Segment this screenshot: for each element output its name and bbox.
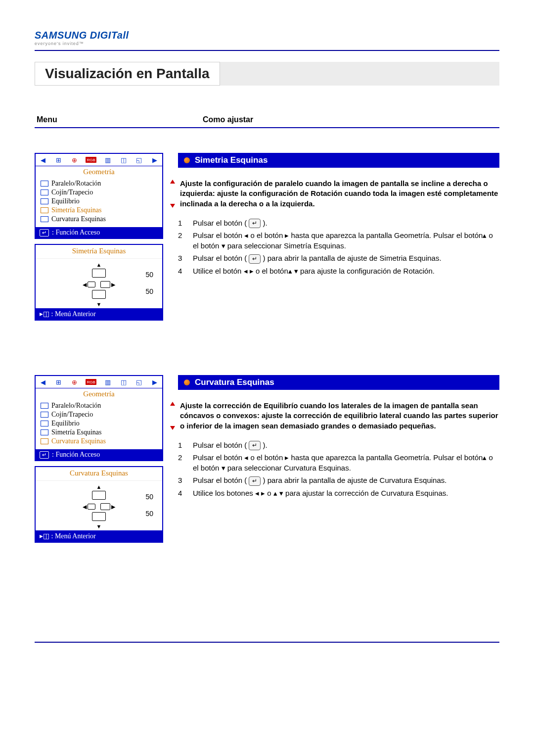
nav-left-icon: ◀ (39, 156, 47, 164)
osd-adjust-footer: ▸◫ : Menú Anterior (36, 308, 162, 320)
osd-adjust-footer-text: : Menú Anterior (51, 532, 96, 540)
osd-item: Equilibrio (41, 420, 157, 428)
step-text: Pulsar el botón ( ↵ ) para abrir la pant… (193, 475, 446, 485)
nav-right-icon: ▶ (150, 156, 159, 164)
osd-item: Curvatura Esquinas (41, 215, 157, 224)
pincushion-icon (92, 269, 106, 278)
pincushion-icon (92, 290, 106, 299)
position-icon: ⊞ (54, 156, 63, 164)
rgb-icon: RGB (86, 379, 96, 385)
title-band: Visualización en Pantalla (35, 62, 499, 86)
screen-icon: ▥ (103, 378, 112, 386)
osd-tab-label: Geometría (36, 388, 162, 400)
col-header-como-ajustar: Como ajustar (193, 115, 499, 124)
osd-adjust-panel: Curvatura Esquinas ▲ ◀ ▶ ▼ 50 50 (35, 466, 163, 543)
step-row: 4Utilice los botones ◂ ▸ o ▴ ▾ para ajus… (178, 488, 499, 498)
enter-key-icon: ↵ (40, 229, 49, 236)
adjust-graphic: ▲ ◀ ▶ ▼ (83, 262, 115, 307)
step-num: 1 (178, 440, 185, 450)
menu-anterior-icon: ▸◫ (40, 532, 49, 540)
osd-adjust-title: Curvatura Esquinas (36, 467, 162, 481)
osd-item-label: Curvatura Esquinas (51, 437, 106, 445)
step-num: 3 (178, 475, 185, 485)
size-icon: ⊕ (70, 378, 79, 386)
menu-item-icon (41, 429, 48, 435)
header-divider (35, 50, 499, 51)
step-num: 1 (178, 218, 185, 228)
enter-key-icon: ↵ (40, 451, 49, 459)
osd-item-label: Paralelo/Rotación (51, 180, 101, 188)
osd-menu-list: Paralelo/Rotación Cojín/Trapecio Equilib… (36, 400, 162, 449)
osd-item: Paralelo/Rotación (41, 180, 157, 189)
osd-item: Cojín/Trapecio (41, 189, 157, 197)
pincushion-icon (88, 504, 95, 510)
step-row: 1Pulsar el botón ( ↵ ). (178, 218, 499, 228)
triangle-down-icon (170, 204, 175, 208)
step-row: 3Pulsar el botón ( ↵ ) para abrir la pan… (178, 253, 499, 263)
osd-item-label: Curvatura Esquinas (51, 215, 106, 223)
menu-item-icon (41, 412, 48, 418)
arrow-right-icon: ▶ (111, 282, 115, 288)
enter-button-icon: ↵ (249, 441, 261, 450)
column-headers: Menu Como ajustar (35, 115, 499, 128)
arrow-down-icon: ▼ (83, 523, 115, 529)
pincushion-icon (92, 512, 106, 521)
osd-item-label: Equilibrio (51, 420, 80, 427)
osd-menu-panel: ◀ ⊞ ⊕ RGB ▥ ◫ ◱ ▶ Geometría Paralelo/Rot… (35, 153, 163, 239)
menu-anterior-icon: ▸◫ (40, 310, 49, 318)
osd-item-active: Curvatura Esquinas (41, 437, 157, 446)
osd-adjust-title: Simetría Esquinas (36, 245, 162, 259)
description-text: Ajuste la corrección de Equilibrío cuand… (180, 401, 498, 430)
osd-item: Equilibrio (41, 197, 157, 206)
footer-divider (35, 642, 499, 643)
menu-item-icon (41, 403, 48, 409)
osd-footer: ↵ : Función Acceso (36, 449, 162, 460)
step-num: 2 (178, 452, 185, 473)
section-header: Curvatura Esquinas (178, 375, 499, 390)
step-num: 4 (178, 488, 185, 498)
step-text: Pulsar el botón ( ↵ ). (193, 440, 267, 450)
triangle-up-icon (170, 180, 175, 184)
osd-item-active: Simetría Esquinas (41, 206, 157, 215)
section-simetria: ◀ ⊞ ⊕ RGB ▥ ◫ ◱ ▶ Geometría Paralelo/Rot… (35, 153, 499, 321)
osd-adjust-body: ▲ ◀ ▶ ▼ 50 50 (36, 481, 162, 530)
pincushion-icon (100, 281, 110, 288)
step-text: Pulsar el botón ( ↵ ) para abrir la pant… (193, 253, 442, 263)
section-curvatura: ◀ ⊞ ⊕ RGB ▥ ◫ ◱ ▶ Geometría Paralelo/Rot… (35, 375, 499, 543)
size-icon: ⊕ (70, 156, 79, 164)
adjust-value-2: 50 (145, 510, 153, 518)
enter-button-icon: ↵ (249, 219, 261, 228)
step-text: Utilice el botón ◂ ▸ o el botón▴ ▾ para … (193, 266, 435, 276)
arrow-left-icon: ◀ (83, 504, 87, 510)
section-title: Curvatura Esquinas (195, 378, 274, 387)
osd-item-label: Simetría Esquinas (51, 206, 102, 214)
section-description: Ajuste la corrección de Equilibrío cuand… (178, 401, 499, 431)
menu-item-icon (41, 181, 48, 187)
osd-menu-panel: ◀ ⊞ ⊕ RGB ▥ ◫ ◱ ▶ Geometría Paralelo/Rot… (35, 375, 163, 461)
triangle-up-icon (170, 402, 175, 406)
step-row: 2Pulsar el botón ◂ o el botón ▸ hasta qu… (178, 452, 499, 473)
menu-item-icon (41, 216, 48, 222)
steps-list: 1Pulsar el botón ( ↵ ). 2Pulsar el botón… (178, 218, 499, 276)
step-text: Utilice los botones ◂ ▸ o ▴ ▾ para ajust… (193, 488, 448, 498)
arrow-right-icon: ▶ (111, 504, 115, 510)
step-row: 2Pulsar el botón ◂ o el botón ▸ hasta qu… (178, 230, 499, 251)
menu-item-icon (41, 189, 48, 195)
menu-item-icon (41, 198, 48, 204)
osd-adjust-footer: ▸◫ : Menú Anterior (36, 530, 162, 542)
osd-item: Cojín/Trapecio (41, 411, 157, 420)
section-description: Ajuste la configuración de paralelo cuan… (178, 179, 499, 209)
logo: SAMSUNG DIGITall everyone's invited™ (35, 30, 499, 46)
misc-icon: ◱ (134, 378, 143, 386)
osd-iconbar: ◀ ⊞ ⊕ RGB ▥ ◫ ◱ ▶ (36, 154, 162, 166)
steps-list: 1Pulsar el botón ( ↵ ). 2Pulsar el botón… (178, 440, 499, 498)
nav-left-icon: ◀ (39, 378, 47, 386)
menu-item-icon (41, 207, 48, 213)
menu-item-icon (41, 438, 48, 444)
section-title: Simetria Esquinas (195, 155, 267, 165)
step-row: 4Utilice el botón ◂ ▸ o el botón▴ ▾ para… (178, 266, 499, 276)
arrow-up-icon: ▲ (83, 262, 115, 268)
enter-button-icon: ↵ (249, 476, 261, 486)
step-num: 4 (178, 266, 185, 276)
triangle-down-icon (170, 426, 175, 430)
